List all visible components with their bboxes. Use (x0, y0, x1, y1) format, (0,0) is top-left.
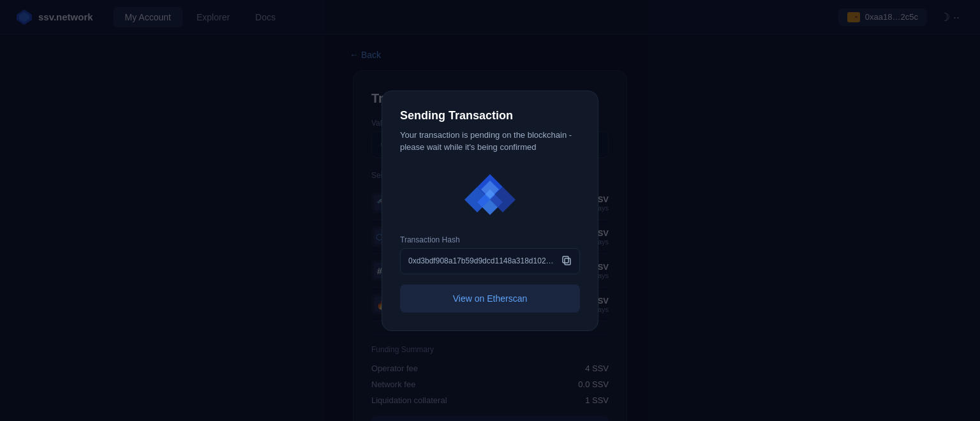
modal-hash-text: 0xd3bdf908a17b59d9dcd1148a318d102… (408, 256, 558, 265)
svg-rect-19 (563, 256, 568, 263)
copy-hash-button[interactable] (561, 255, 572, 267)
modal-hash-row: 0xd3bdf908a17b59d9dcd1148a318d102… (400, 248, 580, 274)
sending-transaction-modal: Sending Transaction Your transaction is … (382, 91, 598, 331)
modal-title: Sending Transaction (400, 109, 513, 122)
modal-overlay: Sending Transaction Your transaction is … (0, 0, 980, 421)
modal-hash-label: Transaction Hash (400, 235, 460, 244)
svg-rect-20 (565, 258, 570, 265)
modal-diamond-animation (400, 169, 580, 220)
modal-description: Your transaction is pending on the block… (400, 129, 580, 154)
view-on-etherscan-button[interactable]: View on Etherscan (400, 284, 580, 313)
